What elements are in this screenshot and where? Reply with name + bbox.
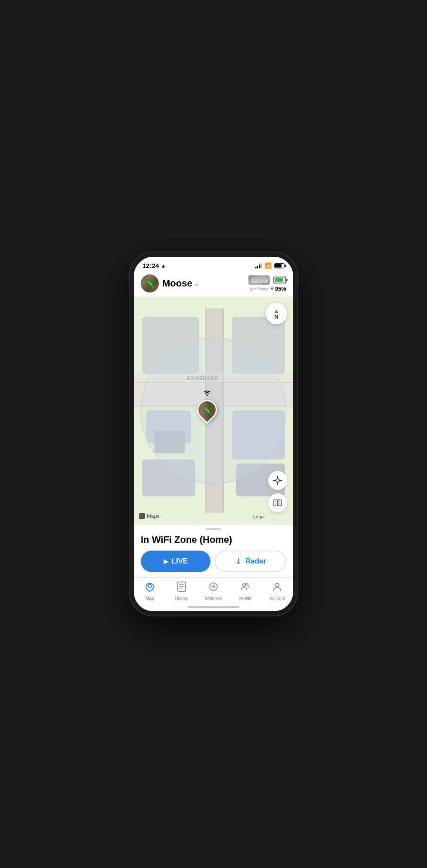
live-button[interactable]: ▶ LIVE — [141, 551, 210, 572]
tab-account[interactable]: Account — [264, 581, 290, 601]
pet-marker[interactable] — [196, 389, 218, 423]
maps-attribution: Maps — [147, 513, 159, 519]
drag-handle — [206, 528, 221, 530]
maps-label: Maps — [139, 513, 159, 519]
battery-icon — [274, 263, 285, 268]
bluetooth-icon: ⭳ — [235, 557, 242, 565]
device-chip — [248, 275, 270, 285]
status-icons: 📶 — [255, 262, 285, 269]
tab-profile[interactable]: Profile — [232, 581, 258, 601]
svg-point-33 — [246, 583, 248, 585]
power-dot — [271, 287, 273, 290]
device-status: g • Powe 95% — [248, 275, 286, 292]
bottom-panel: In WiFi Zone (Home) ▶ LIVE ⭳ Radar — [134, 524, 293, 577]
status-time: 12:24 ▲ — [142, 262, 166, 269]
radar-button[interactable]: ⭳ Radar — [215, 551, 286, 572]
pet-pin — [196, 397, 218, 423]
location-button[interactable] — [268, 471, 287, 490]
pet-selector[interactable]: Moose ⌄ — [141, 274, 199, 292]
tab-account-label: Account — [269, 596, 285, 601]
signal-bar-4 — [261, 263, 262, 268]
battery-fill — [275, 264, 282, 268]
map-tab-icon — [144, 581, 155, 595]
location-arrow-icon: ▲ — [161, 263, 166, 269]
signal-bar-2 — [257, 266, 258, 268]
home-bar — [188, 606, 239, 608]
live-button-icon: ▶ — [164, 558, 168, 565]
chevron-down-icon[interactable]: ⌄ — [194, 280, 199, 287]
map-container[interactable]: EICHENWEG ▲ N — [134, 297, 293, 524]
svg-rect-25 — [139, 513, 145, 519]
legal-link[interactable]: Legal — [253, 514, 265, 519]
status-bar: 12:24 ▲ 📶 — [134, 257, 293, 271]
tab-history-label: History — [175, 596, 188, 601]
tab-history[interactable]: History — [169, 581, 195, 601]
wellness-tab-icon — [208, 581, 219, 595]
wifi-icon: 📶 — [265, 262, 272, 269]
home-indicator — [134, 603, 293, 611]
power-row: g • Powe 95% — [250, 286, 286, 292]
svg-point-34 — [275, 583, 279, 587]
pet-name: Moose — [162, 278, 192, 289]
pet-pin-image — [193, 396, 221, 424]
tab-bar: Map History Wellness — [134, 577, 293, 603]
battery-percent: 95% — [275, 286, 286, 292]
time-display: 12:24 — [142, 262, 159, 269]
battery-status-icon — [273, 277, 286, 283]
battery-status-fill — [275, 278, 283, 282]
live-button-label: LIVE — [172, 557, 188, 566]
wifi-signal-icon — [202, 389, 212, 398]
tab-wellness[interactable]: Wellness — [201, 581, 226, 601]
signal-bar-1 — [255, 267, 257, 268]
action-buttons: ▶ LIVE ⭳ Radar — [141, 551, 286, 572]
tab-map-label: Map — [145, 596, 154, 601]
tab-profile-label: Profile — [239, 596, 251, 601]
profile-tab-icon — [240, 581, 251, 595]
phone-frame: 12:24 ▲ 📶 Moose ⌄ — [130, 252, 297, 616]
radar-button-label: Radar — [245, 557, 266, 566]
account-tab-icon — [272, 581, 283, 595]
compass-n-label: N — [274, 314, 278, 320]
svg-point-32 — [243, 584, 245, 586]
power-label: g • Powe — [250, 286, 269, 291]
svg-point-26 — [148, 584, 152, 588]
battery-status-container — [273, 277, 286, 283]
tab-wellness-label: Wellness — [205, 596, 222, 601]
svg-point-16 — [276, 479, 279, 482]
signal-bar-3 — [259, 265, 260, 268]
compass-inner: ▲ N — [273, 308, 279, 320]
pet-name-container[interactable]: Moose ⌄ — [162, 278, 199, 289]
location-status: In WiFi Zone (Home) — [141, 534, 286, 545]
history-tab-icon — [176, 581, 187, 595]
compass[interactable]: ▲ N — [266, 303, 287, 324]
pet-avatar-image — [141, 274, 159, 292]
map-type-button[interactable] — [268, 493, 287, 512]
app-header: Moose ⌄ g • Powe 95% — [134, 271, 293, 297]
signal-bars — [255, 263, 263, 268]
tab-map[interactable]: Map — [137, 581, 163, 601]
pet-avatar — [141, 274, 159, 292]
